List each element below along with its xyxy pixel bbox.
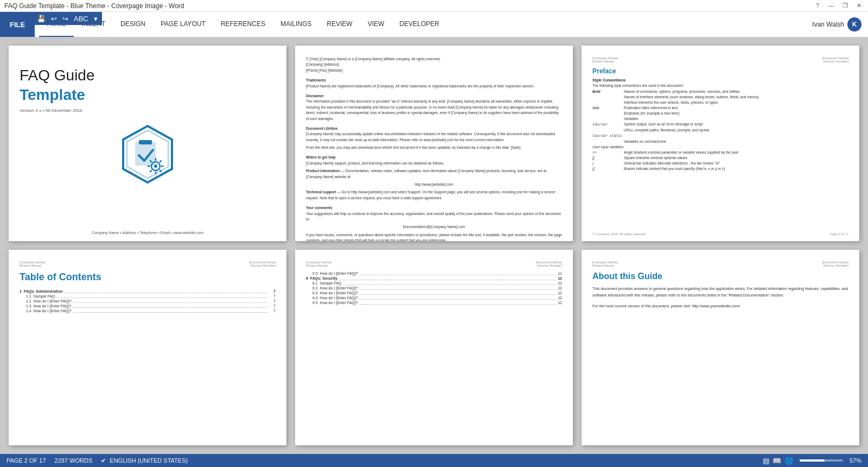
conv-bold: Bold Names of commands, options, program…	[592, 90, 848, 93]
tech-support-text: Technical support — Go to http://www.[we…	[306, 190, 562, 201]
cover-hex-icon	[115, 122, 180, 187]
svg-line-10	[150, 161, 151, 162]
svg-line-11	[160, 171, 161, 172]
disclaimer-heading: Disclaimer	[306, 93, 562, 99]
conv-bold2: Names of interface elements (such window…	[592, 95, 848, 99]
toc-entry-1-3: 1.3 How do I [Enter FAQ]? 7	[20, 304, 276, 308]
undo-qat-button[interactable]: ↩	[50, 15, 58, 23]
app-title: FAQ Guide Template - Blue Theme - Coverp…	[4, 2, 184, 10]
page-indicator: PAGE 2 OF 17	[7, 457, 46, 464]
conv-user-input: User input variables	[592, 145, 848, 149]
copyright-line2: [Company] [Address]	[306, 62, 562, 67]
web-view-icon[interactable]: 🌐	[784, 457, 793, 465]
user-name: Ivan Walsh	[812, 21, 844, 28]
word-count: 2297 WORDS	[55, 457, 93, 464]
user-area[interactable]: Ivan Walsh K	[806, 12, 868, 37]
conv-courier-static: Courier static	[592, 134, 848, 138]
conv-pipe: | Vertical bar indicates alternate selec…	[592, 161, 848, 165]
faq-entry-6: 6 FAQs: Security 12	[306, 276, 562, 280]
title-bar: FAQ Guide Template - Blue Theme - Coverp…	[0, 0, 868, 12]
file-tab[interactable]: FILE	[0, 12, 35, 37]
read-view-icon[interactable]: 📖	[773, 457, 781, 465]
svg-line-13	[150, 171, 151, 172]
zoom-bar[interactable]	[800, 459, 843, 462]
style-conventions-intro: The following style conventions are used…	[592, 84, 848, 87]
cover-version: Version X.x • 06 December 2016	[20, 108, 276, 113]
where-help-text: [Company Name] support, product, and lic…	[306, 161, 562, 166]
faq-security-page: [Company Name] [Project Name] [Document …	[295, 250, 573, 445]
doc-email: Documentation@[Company Name].com	[306, 224, 562, 230]
preface-footer: © Company 2016. All rights reserved. Pag…	[592, 232, 848, 236]
doc-lifetime-text2: From the Web site, you may also download…	[306, 145, 562, 150]
your-comments-heading: Your comments	[306, 205, 562, 211]
window-controls[interactable]: ? — ❐ ✕	[814, 2, 864, 9]
print-view-icon[interactable]: ▤	[763, 457, 769, 465]
save-qat-button[interactable]: 💾	[36, 15, 47, 23]
toc-entry-1-4: 1.4 How do I [Enter FAQ]? 7	[20, 309, 276, 313]
spell-check-icon: ✔	[101, 457, 106, 464]
conv-italic3: Variables	[592, 117, 848, 121]
about-title: About this Guide	[592, 272, 848, 281]
tab-page-layout[interactable]: PAGE LAYOUT	[153, 12, 213, 37]
tab-developer[interactable]: DEVELOPER	[392, 12, 446, 37]
preface-page: [Company Name] [Project Name] [Document …	[582, 46, 859, 241]
tab-design[interactable]: DESIGN	[113, 12, 153, 37]
trademarks-heading: Trademarks	[306, 78, 562, 83]
preface-title: Preface	[592, 67, 848, 75]
faq-header-left: [Company Name] [Project Name]	[306, 261, 331, 267]
copyright-line1: © [Year] [Company Name] or a [Company Na…	[306, 56, 562, 62]
document-area: FAQ Guide Template Version X.x • 06 Dece…	[0, 37, 868, 454]
conv-square: [] Square brackets enclose optional valu…	[592, 156, 848, 160]
faq-header-right: [Document Name] [Version Number]	[536, 261, 562, 267]
conv-italic: Italic Publication titles referenced in …	[592, 106, 848, 110]
redo-qat-button[interactable]: ↪	[61, 15, 69, 23]
tab-mailings[interactable]: MAILINGS	[273, 12, 319, 37]
close-button[interactable]: ✕	[854, 2, 864, 9]
spelling-qat-button[interactable]: ABC	[73, 15, 90, 23]
about-page-header: [Company Name] [Project Name] [Document …	[592, 261, 848, 267]
about-page: [Company Name] [Project Name] [Document …	[582, 250, 859, 445]
faq-entry-6-3: 6.3 How do I [Enter FAQ]? 12	[306, 291, 562, 295]
doc-lifetime-heading: Document Lifetime	[306, 126, 562, 131]
toc-entry-1-2: 1.2 How do I [Enter FAQ]? 7	[20, 299, 276, 303]
style-conventions-title: Style Conventions	[592, 78, 848, 82]
faq-entry-6-1: 6.1 Sample FAQ 12	[306, 281, 562, 285]
cover-footer: Company Name • Address • Telephone • Ema…	[9, 231, 286, 235]
tab-view[interactable]: VIEW	[360, 12, 392, 37]
toc-page-header: [Company Name] [Project Name] [Document …	[20, 261, 276, 267]
where-help-heading: Where to get help	[306, 155, 562, 160]
preface-header-right: [Document Name] [Version Number]	[822, 56, 848, 63]
preface-header-left: [Company Name] [Project Name]	[592, 56, 618, 63]
help-button[interactable]: ?	[814, 2, 821, 9]
conv-italic2: Emphasis (for example a new term)	[592, 111, 848, 115]
zoom-fill	[800, 459, 825, 462]
your-comments-text2: If you have issues, comments, or questio…	[306, 232, 562, 241]
toc-title: Table of Contents	[20, 272, 276, 283]
cover-title-main: FAQ Guide	[20, 67, 276, 84]
cover-page: FAQ Guide Template Version X.x • 06 Dece…	[9, 46, 286, 241]
toc-header-left: [Company Name] [Project Name]	[20, 261, 45, 267]
copyright-line3: [Phone] [Fax] [Website]	[306, 68, 562, 73]
cover-title-sub: Template	[20, 86, 276, 104]
tab-references[interactable]: REFERENCES	[213, 12, 273, 37]
toc-page: [Company Name] [Project Name] [Document …	[9, 250, 286, 445]
svg-rect-3	[139, 140, 152, 144]
faq-entry-6-5: 6.5 How do I [Enter FAQ]? 12	[306, 301, 562, 305]
minimize-button[interactable]: —	[826, 2, 836, 9]
view-icons: ▤ 📖 🌐	[763, 457, 793, 465]
conv-courier2: URLs, complete paths, filenames, prompts…	[592, 128, 848, 132]
website-url: http://www.[website].com	[306, 182, 562, 187]
conv-bold3: Interface elements the user selects, cli…	[592, 100, 848, 104]
user-avatar: K	[847, 17, 861, 31]
faq-entry-6-2: 6.2 How do I [Enter FAQ]? 12	[306, 286, 562, 290]
svg-point-5	[154, 165, 157, 168]
trademarks-text: [Product Name] are registered trademarks…	[306, 84, 562, 89]
about-header-right: [Document Name] [Version Number]	[822, 261, 848, 267]
ribbon: FILE HOME INSERT DESIGN PAGE LAYOUT REFE…	[0, 12, 868, 37]
quick-access-toolbar: 💾 ↩ ↪ ABC ▾	[33, 12, 102, 25]
svg-line-12	[160, 161, 161, 162]
maximize-button[interactable]: ❐	[840, 2, 850, 9]
more-qat-button[interactable]: ▾	[93, 15, 99, 23]
tab-review[interactable]: REVIEW	[319, 12, 360, 37]
faq-page-header: [Company Name] [Project Name] [Document …	[306, 261, 562, 267]
